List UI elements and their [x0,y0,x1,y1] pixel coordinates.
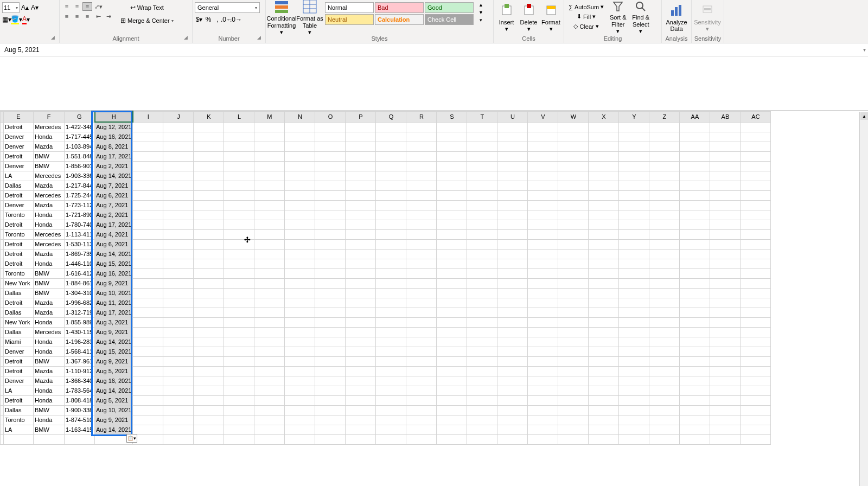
cell[interactable] [133,327,163,337]
cell[interactable] [133,415,163,425]
cell[interactable] [376,386,406,395]
cell[interactable] [406,376,437,386]
cell[interactable] [133,434,163,444]
cell[interactable] [254,132,285,142]
cell[interactable]: Mercedes [34,122,65,132]
cell[interactable] [376,415,406,425]
cell[interactable] [163,425,194,434]
cell[interactable] [619,249,649,259]
cell[interactable] [589,132,619,142]
cell[interactable] [558,376,589,386]
cell[interactable] [346,347,376,356]
cell[interactable] [315,434,346,444]
cell[interactable] [194,308,224,317]
cell[interactable] [741,132,771,142]
table-row[interactable]: LAHonda1-783-564Aug 14, 2021 [1,386,771,395]
cell[interactable] [558,386,589,395]
format-button[interactable]: Format▾ [540,1,561,34]
cell[interactable] [710,210,741,220]
cell[interactable] [589,366,619,376]
cell[interactable] [406,434,437,444]
cell[interactable] [619,278,649,288]
cell[interactable] [346,298,376,308]
cell[interactable] [194,288,224,298]
cell[interactable] [346,122,376,132]
cell[interactable] [194,268,224,278]
cell[interactable]: Aug 2, 2021 [95,161,133,171]
cell[interactable] [254,210,285,220]
cell[interactable] [589,200,619,210]
cell[interactable] [315,376,346,386]
cell[interactable]: Detroit [4,190,34,200]
align-middle-icon[interactable]: ≡ [72,2,82,11]
cell[interactable] [558,425,589,434]
table-row[interactable]: DetroitMercedes1-725-244Aug 6, 2021 [1,190,771,200]
cell[interactable] [558,239,589,249]
cell[interactable] [741,220,771,229]
cell[interactable] [285,434,315,444]
cell[interactable] [467,142,497,151]
cell[interactable] [649,298,680,308]
cell[interactable] [224,415,254,425]
table-row[interactable]: DenverMazda1-103-894Aug 8, 2021 [1,142,771,151]
cell[interactable] [224,122,254,132]
cell[interactable] [741,395,771,405]
cell[interactable]: 1-366-340 [65,376,95,386]
cell[interactable] [558,337,589,347]
cell[interactable] [224,259,254,268]
cell[interactable] [710,405,741,415]
cell[interactable]: Honda [34,395,65,405]
cell[interactable] [376,288,406,298]
cell[interactable] [528,249,558,259]
cell[interactable]: 1-869-735 [65,249,95,259]
column-header-M[interactable]: M [254,111,285,122]
cell[interactable] [437,200,467,210]
cell[interactable] [589,210,619,220]
cell[interactable] [194,347,224,356]
cell[interactable] [680,298,710,308]
cell[interactable] [467,190,497,200]
cell[interactable]: Toronto [4,268,34,278]
cell[interactable] [224,171,254,181]
cell[interactable] [437,434,467,444]
cell[interactable]: Aug 8, 2021 [95,142,133,151]
cell[interactable] [528,210,558,220]
cell[interactable] [741,405,771,415]
cell[interactable] [285,239,315,249]
cell[interactable] [133,259,163,268]
cell[interactable]: Honda [34,415,65,425]
cell[interactable] [558,259,589,268]
cell[interactable] [315,268,346,278]
cell[interactable] [528,415,558,425]
cell[interactable] [558,395,589,405]
column-header-H[interactable]: H [95,111,133,122]
cell[interactable] [710,181,741,190]
cell[interactable] [649,376,680,386]
cell[interactable] [133,200,163,210]
cell[interactable] [649,308,680,317]
cell[interactable] [406,220,437,229]
cell[interactable] [315,308,346,317]
cell[interactable] [710,161,741,171]
cell[interactable]: Honda [34,132,65,142]
cell[interactable] [680,347,710,356]
cell[interactable] [285,161,315,171]
cell[interactable] [680,190,710,200]
cell[interactable] [406,142,437,151]
cell[interactable]: 1-856-901 [65,161,95,171]
cell[interactable] [376,171,406,181]
cell[interactable] [254,220,285,229]
cell[interactable] [406,151,437,161]
cell[interactable] [528,181,558,190]
cell[interactable] [346,171,376,181]
cell[interactable]: Aug 6, 2021 [95,239,133,249]
cell[interactable] [741,161,771,171]
cell[interactable]: Aug 14, 2021 [95,425,133,434]
cell[interactable] [528,171,558,181]
cell[interactable] [528,151,558,161]
cell[interactable]: Honda [34,386,65,395]
cell[interactable] [589,161,619,171]
cell[interactable] [680,142,710,151]
cell[interactable] [741,298,771,308]
cell[interactable] [346,288,376,298]
